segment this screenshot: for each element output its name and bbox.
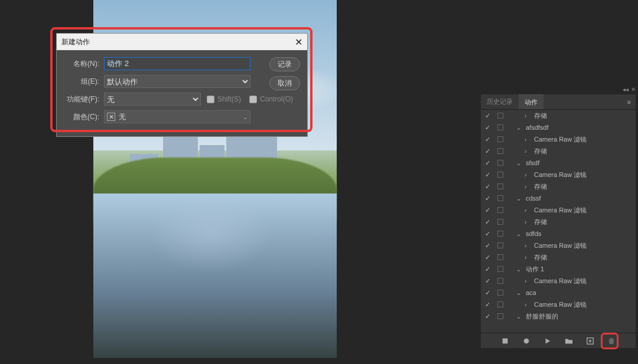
check-icon[interactable]: ✓ bbox=[481, 171, 494, 179]
modal-toggle[interactable] bbox=[494, 172, 507, 178]
action-row[interactable]: ✓⌄cdssf bbox=[481, 192, 636, 204]
chevron-down-icon[interactable]: ⌄ bbox=[516, 266, 522, 273]
modal-toggle[interactable] bbox=[494, 113, 507, 119]
chevron-right-icon[interactable]: › bbox=[525, 136, 530, 143]
check-icon[interactable]: ✓ bbox=[481, 159, 494, 167]
dialog-titlebar[interactable]: 新建动作 ✕ bbox=[57, 34, 307, 50]
group-select[interactable]: 默认动作 bbox=[104, 75, 250, 88]
chevron-right-icon[interactable]: › bbox=[525, 254, 530, 261]
modal-toggle[interactable] bbox=[494, 242, 507, 248]
chevron-right-icon[interactable]: › bbox=[525, 113, 530, 119]
collapse-icon[interactable]: ◂◂ bbox=[623, 86, 629, 93]
action-row[interactable]: ✓›Camera Raw 滤镜 bbox=[481, 204, 636, 216]
action-row[interactable]: ✓⌄sfsdf bbox=[481, 157, 636, 169]
check-icon[interactable]: ✓ bbox=[481, 112, 494, 120]
action-row[interactable]: ✓›存储 bbox=[481, 251, 636, 263]
action-row[interactable]: ✓›Camera Raw 滤镜 bbox=[481, 275, 636, 287]
modal-toggle[interactable] bbox=[494, 290, 507, 296]
check-icon[interactable]: ✓ bbox=[481, 230, 494, 238]
action-label: cdssf bbox=[526, 195, 541, 202]
modal-toggle[interactable] bbox=[494, 254, 507, 260]
chevron-right-icon[interactable]: › bbox=[525, 207, 530, 214]
play-icon[interactable] bbox=[543, 337, 552, 345]
modal-toggle[interactable] bbox=[494, 278, 507, 284]
action-row[interactable]: ✓⌄动作 1 bbox=[481, 263, 636, 275]
chevron-right-icon[interactable]: › bbox=[525, 219, 530, 225]
modal-toggle[interactable] bbox=[494, 160, 507, 166]
panel-window-controls: ◂◂ ✕ bbox=[623, 86, 636, 93]
action-row[interactable]: ✓›Camera Raw 滤镜 bbox=[481, 240, 636, 251]
actions-list[interactable]: ✓›存储✓⌄afsdfsdf✓›Camera Raw 滤镜✓›存储✓⌄sfsdf… bbox=[481, 110, 636, 333]
modal-toggle[interactable] bbox=[494, 207, 507, 213]
stop-icon[interactable] bbox=[501, 337, 509, 345]
modal-toggle[interactable] bbox=[494, 313, 507, 319]
chevron-down-icon[interactable]: ⌄ bbox=[516, 231, 522, 237]
check-icon[interactable]: ✓ bbox=[481, 147, 494, 155]
modal-toggle[interactable] bbox=[494, 148, 507, 154]
chevron-right-icon[interactable]: › bbox=[525, 172, 530, 178]
modal-toggle[interactable] bbox=[494, 195, 507, 201]
check-icon[interactable]: ✓ bbox=[481, 218, 494, 226]
action-row[interactable]: ✓›Camera Raw 滤镜 bbox=[481, 169, 636, 181]
tab-actions[interactable]: 动作 bbox=[519, 94, 543, 109]
check-icon[interactable]: ✓ bbox=[481, 206, 494, 214]
dialog-title: 新建动作 bbox=[61, 37, 90, 47]
action-row[interactable]: ✓›存储 bbox=[481, 181, 636, 192]
close-icon[interactable]: ✕ bbox=[295, 37, 302, 48]
modal-toggle[interactable] bbox=[494, 183, 507, 189]
check-icon[interactable]: ✓ bbox=[481, 301, 494, 309]
tab-history[interactable]: 历史记录 bbox=[481, 94, 519, 109]
folder-icon[interactable] bbox=[565, 337, 573, 345]
check-icon[interactable]: ✓ bbox=[481, 242, 494, 250]
record-icon[interactable] bbox=[522, 337, 530, 345]
action-label: 存储 bbox=[534, 147, 547, 156]
name-input[interactable] bbox=[104, 57, 250, 70]
action-row[interactable]: ✓⌄afsdfsdf bbox=[481, 122, 636, 133]
chevron-down-icon[interactable]: ⌄ bbox=[516, 160, 522, 166]
check-icon[interactable]: ✓ bbox=[481, 195, 494, 202]
action-label: 存储 bbox=[534, 182, 547, 191]
action-row[interactable]: ✓›存储 bbox=[481, 216, 636, 228]
modal-toggle[interactable] bbox=[494, 124, 507, 130]
chevron-right-icon[interactable]: › bbox=[525, 148, 530, 155]
check-icon[interactable]: ✓ bbox=[481, 136, 494, 143]
shift-checkbox[interactable]: Shift(S) bbox=[207, 95, 241, 103]
check-icon[interactable]: ✓ bbox=[481, 277, 494, 285]
check-icon[interactable]: ✓ bbox=[481, 183, 494, 191]
close-panel-icon[interactable]: ✕ bbox=[631, 86, 636, 93]
chevron-down-icon[interactable]: ⌄ bbox=[516, 313, 522, 320]
cancel-button[interactable]: 取消 bbox=[269, 76, 300, 90]
action-row[interactable]: ✓⌄aca bbox=[481, 287, 636, 299]
action-row[interactable]: ✓›存储 bbox=[481, 145, 636, 157]
control-checkbox[interactable]: Control(O) bbox=[249, 95, 293, 103]
action-row[interactable]: ✓⌄舒服舒服的 bbox=[481, 310, 636, 322]
action-row[interactable]: ✓›存储 bbox=[481, 110, 636, 122]
modal-toggle[interactable] bbox=[494, 219, 507, 225]
chevron-right-icon[interactable]: › bbox=[525, 301, 530, 308]
check-icon[interactable]: ✓ bbox=[481, 313, 494, 320]
fnkey-select[interactable]: 无 bbox=[104, 93, 201, 106]
color-select[interactable]: ✕ 无 ⌄ bbox=[104, 110, 250, 123]
check-icon[interactable]: ✓ bbox=[481, 124, 494, 132]
modal-toggle[interactable] bbox=[494, 231, 507, 237]
modal-toggle[interactable] bbox=[494, 301, 507, 307]
check-icon[interactable]: ✓ bbox=[481, 289, 494, 297]
chevron-right-icon[interactable]: › bbox=[525, 278, 530, 284]
modal-toggle[interactable] bbox=[494, 136, 507, 142]
action-row[interactable]: ✓›Camera Raw 滤镜 bbox=[481, 299, 636, 310]
trash-icon[interactable] bbox=[607, 337, 616, 345]
modal-toggle[interactable] bbox=[494, 266, 507, 272]
panel-menu-icon[interactable]: ≡ bbox=[623, 99, 636, 106]
chevron-down-icon[interactable]: ⌄ bbox=[516, 195, 522, 202]
check-icon[interactable]: ✓ bbox=[481, 254, 494, 261]
chevron-right-icon[interactable]: › bbox=[525, 242, 530, 249]
chevron-down-icon[interactable]: ⌄ bbox=[516, 290, 522, 296]
record-button[interactable]: 记录 bbox=[269, 57, 300, 71]
check-icon[interactable]: ✓ bbox=[481, 265, 494, 273]
chevron-right-icon[interactable]: › bbox=[525, 183, 530, 190]
new-action-icon[interactable] bbox=[586, 337, 594, 345]
action-row[interactable]: ✓›Camera Raw 滤镜 bbox=[481, 133, 636, 145]
chevron-down-icon[interactable]: ⌄ bbox=[516, 124, 522, 131]
dialog-buttons: 记录 取消 bbox=[269, 57, 300, 90]
action-row[interactable]: ✓⌄sdfds bbox=[481, 228, 636, 240]
